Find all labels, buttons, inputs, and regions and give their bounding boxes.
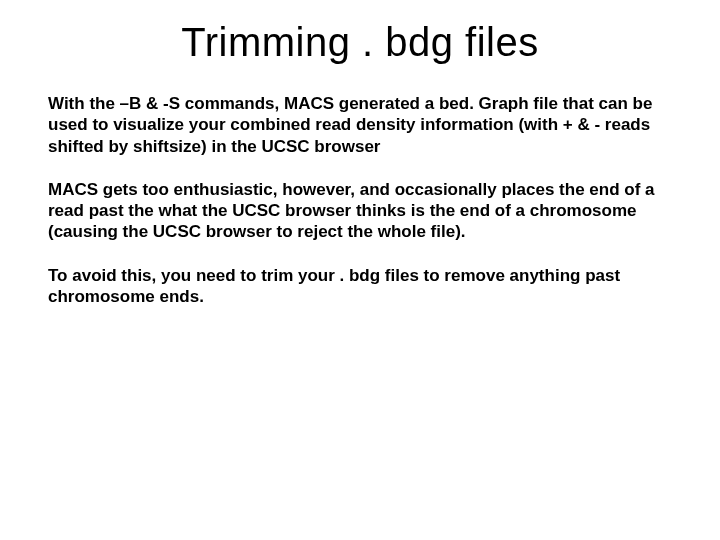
paragraph-2: MACS gets too enthusiastic, however, and… — [48, 179, 672, 243]
paragraph-1: With the –B & -S commands, MACS generate… — [48, 93, 672, 157]
slide-title: Trimming . bdg files — [48, 20, 672, 65]
paragraph-3: To avoid this, you need to trim your . b… — [48, 265, 672, 308]
